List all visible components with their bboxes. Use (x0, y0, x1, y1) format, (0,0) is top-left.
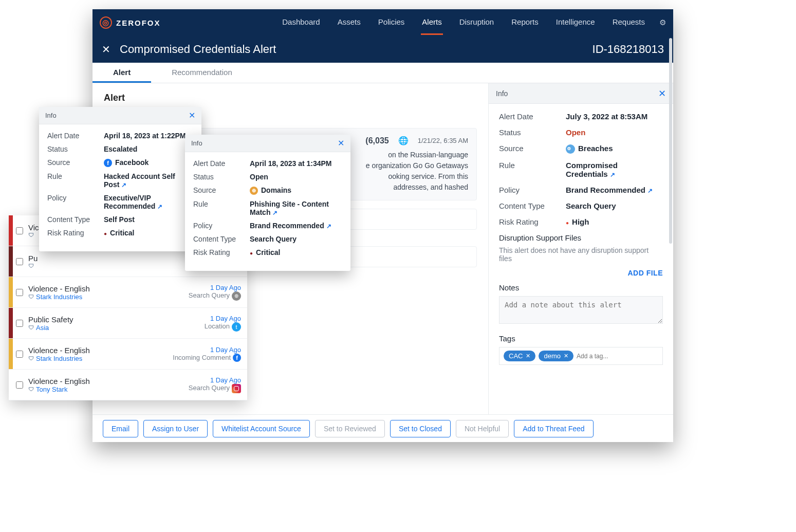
info-panel-body: Alert DateJuly 3, 2022 at 8:53AM StatusO… (489, 104, 673, 414)
alert-id: ID-168218013 (593, 43, 664, 56)
list-title: Public Safety (28, 315, 199, 324)
list-item[interactable]: Violence - English 🛡Stark Industries 1 D… (9, 277, 247, 308)
info-k-alert-date: Alert Date (499, 112, 566, 121)
select-checkbox[interactable] (16, 227, 23, 234)
list-item[interactable]: Public Safety 🛡Asia 1 Day Ago Locationt (9, 308, 247, 339)
list-entity: Stark Industries (36, 355, 82, 362)
nav-intelligence[interactable]: Intelligence (555, 10, 596, 35)
disruption-heading: Disruption Support Files (499, 233, 663, 242)
popover-header: Info ✕ (185, 135, 350, 152)
info-k-source: Source (499, 144, 566, 154)
pop2-k-source: Source (193, 186, 250, 195)
popover-title: Info (45, 112, 57, 119)
select-checkbox[interactable] (16, 320, 23, 327)
severity-bar (9, 339, 13, 369)
select-checkbox[interactable] (16, 258, 23, 265)
tabs-row: Alert Recommendation (92, 63, 673, 83)
list-source: Location (205, 322, 230, 330)
pop1-k-status: Status (47, 145, 104, 153)
pop1-k-rule: Rule (47, 172, 104, 189)
pop2-v-rule[interactable]: Phishing Site - Content Match↗ (250, 200, 342, 216)
close-info-icon[interactable]: ✕ (658, 88, 666, 99)
severity-bar (9, 277, 13, 307)
list-time: 1 Day Ago (189, 376, 241, 384)
tag-chip-demo[interactable]: demo✕ (539, 351, 573, 361)
pop1-v-rule[interactable]: Hacked Account Self Post↗ (104, 172, 193, 189)
nav-items: Dashboard Assets Policies Alerts Disrupt… (281, 10, 646, 35)
nav-disruption[interactable]: Disruption (458, 10, 495, 35)
nav-assets[interactable]: Assets (337, 10, 362, 35)
tab-recommendation[interactable]: Recommendation (151, 63, 253, 83)
pop1-k-policy: Policy (47, 194, 104, 210)
set-closed-button[interactable]: Set to Closed (390, 420, 451, 437)
pop1-k-source: Source (47, 158, 104, 167)
tags-heading: Tags (499, 334, 663, 343)
tag-chip-cac[interactable]: CAC✕ (504, 351, 535, 361)
whitelist-button[interactable]: Whitelist Account Source (213, 420, 310, 437)
tab-alert[interactable]: Alert (92, 63, 151, 83)
email-button[interactable]: Email (103, 420, 138, 437)
pop1-v-date: April 18, 2023 at 1:22PM (104, 132, 193, 140)
remove-tag-icon[interactable]: ✕ (564, 353, 568, 359)
severity-bar (9, 246, 13, 277)
shield-icon: 🛡 (28, 386, 34, 392)
gear-icon[interactable]: ⚙ (659, 18, 666, 27)
tag-input[interactable] (577, 353, 658, 360)
close-popover-icon[interactable]: ✕ (338, 138, 344, 148)
nav-requests[interactable]: Requests (612, 10, 646, 35)
add-file-button[interactable]: ADD FILE (499, 269, 663, 277)
popover-header: Info ✕ (39, 107, 201, 124)
pop2-v-policy[interactable]: Brand Recommended↗ (250, 222, 342, 230)
info-v-source: Breaches (566, 144, 663, 154)
web-icon: ⊕ (232, 291, 241, 301)
select-checkbox[interactable] (16, 289, 23, 296)
nav-alerts[interactable]: Alerts (421, 10, 442, 35)
pop2-v-source: ⊕Domains (250, 186, 342, 195)
disruption-empty: This alert does not have any disruption … (499, 246, 663, 263)
pop1-k-ctype: Content Type (47, 215, 104, 224)
close-popover-icon[interactable]: ✕ (189, 111, 195, 120)
title-bar: ✕ Compromised Credentials Alert ID-16821… (92, 36, 673, 63)
list-title: Violence - English (28, 284, 183, 293)
nav-reports[interactable]: Reports (510, 10, 540, 35)
set-reviewed-button[interactable]: Set to Reviewed (315, 420, 385, 437)
select-checkbox[interactable] (16, 381, 23, 389)
info-v-rule[interactable]: Compromised Credentials↗ (566, 161, 663, 178)
brand-logo: ◎ ZEROFOX (100, 16, 161, 29)
translate-icon[interactable]: 🌐 (398, 136, 409, 145)
instagram-icon (232, 384, 241, 393)
list-item[interactable]: Violence - English 🛡Tony Stark 1 Day Ago… (9, 370, 247, 400)
select-checkbox[interactable] (16, 351, 23, 358)
list-time: 1 Day Ago (173, 346, 241, 354)
content-timestamp: 1/21/22, 6:35 AM (418, 137, 468, 144)
result-count: (6,035 (365, 136, 388, 145)
info-v-alert-date: July 3, 2022 at 8:53AM (566, 112, 663, 121)
shield-icon: 🛡 (28, 263, 34, 269)
shield-icon: 🛡 (28, 324, 34, 331)
list-item[interactable]: Violence - English 🛡Stark Industries 1 D… (9, 339, 247, 370)
pop2-k-rule: Rule (193, 200, 250, 216)
list-title: Violence - English (28, 346, 168, 355)
nav-policies[interactable]: Policies (377, 10, 406, 35)
pop2-v-risk: Critical (250, 248, 342, 256)
info-v-policy[interactable]: Brand Recommended↗ (566, 186, 663, 194)
assign-user-button[interactable]: Assign to User (143, 420, 208, 437)
pop2-k-status: Status (193, 173, 250, 181)
add-threat-feed-button[interactable]: Add to Threat Feed (514, 420, 593, 437)
list-source: Search Query (189, 291, 230, 299)
info-panel: Info ✕ Alert DateJuly 3, 2022 at 8:53AM … (488, 83, 673, 414)
pop2-k-date: Alert Date (193, 159, 250, 168)
remove-tag-icon[interactable]: ✕ (526, 353, 530, 359)
close-icon[interactable]: ✕ (102, 43, 110, 56)
nav-dashboard[interactable]: Dashboard (281, 10, 321, 35)
not-helpful-button[interactable]: Not Helpful (456, 420, 509, 437)
info-k-rule: Rule (499, 161, 566, 178)
notes-textarea[interactable] (499, 296, 663, 324)
info-k-ctype: Content Type (499, 201, 566, 210)
pop1-v-policy[interactable]: Executive/VIP Recommended↗ (104, 194, 193, 210)
list-entity: Asia (36, 324, 49, 332)
pop2-k-policy: Policy (193, 222, 250, 230)
scrollbar[interactable] (669, 104, 672, 244)
shield-icon: 🛡 (28, 232, 34, 238)
list-entity: Tony Stark (36, 386, 67, 393)
